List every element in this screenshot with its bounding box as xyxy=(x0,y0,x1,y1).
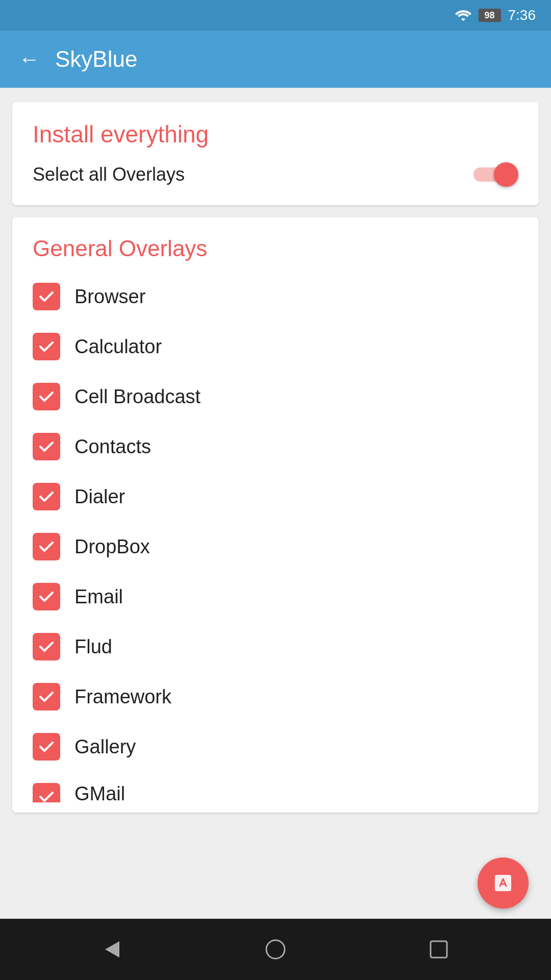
time-display: 7:36 xyxy=(508,7,536,23)
list-item[interactable]: Email xyxy=(12,572,539,622)
status-bar: 98 7:36 xyxy=(0,0,551,31)
toggle-row: Select all Overlays xyxy=(33,162,518,187)
calculator-label: Calculator xyxy=(74,336,162,358)
back-nav-icon xyxy=(99,936,126,963)
list-item[interactable]: Calculator xyxy=(12,322,539,372)
email-label: Email xyxy=(74,586,123,608)
toggle-thumb xyxy=(494,162,518,187)
gallery-checkbox[interactable] xyxy=(33,733,60,761)
dialer-checkbox[interactable] xyxy=(33,483,60,510)
browser-label: Browser xyxy=(74,286,145,308)
list-item[interactable]: Dialer xyxy=(12,472,539,522)
list-item[interactable]: Browser xyxy=(12,272,539,322)
home-nav-icon xyxy=(262,936,289,963)
list-item[interactable]: DropBox xyxy=(12,522,539,572)
select-all-toggle[interactable] xyxy=(473,162,518,187)
cell-broadcast-checkbox[interactable] xyxy=(33,383,60,410)
svg-rect-4 xyxy=(431,941,447,958)
list-item[interactable]: GMail xyxy=(12,772,539,802)
browser-checkbox[interactable] xyxy=(33,283,60,310)
email-checkbox[interactable] xyxy=(33,583,60,610)
back-button[interactable]: ← xyxy=(18,47,40,71)
list-item[interactable]: Framework xyxy=(12,672,539,722)
recents-nav-button[interactable] xyxy=(418,929,459,970)
app-bar: ← SkyBlue xyxy=(0,31,551,88)
back-nav-button[interactable] xyxy=(92,929,133,970)
main-content: Install everything Select all Overlays G… xyxy=(0,88,551,919)
list-item[interactable]: Flud xyxy=(12,622,539,672)
dialer-label: Dialer xyxy=(74,486,125,508)
framework-checkbox[interactable] xyxy=(33,683,60,710)
home-nav-button[interactable] xyxy=(255,929,296,970)
list-item[interactable]: Contacts xyxy=(12,422,539,472)
dropbox-checkbox[interactable] xyxy=(33,533,60,560)
flud-label: Flud xyxy=(74,636,112,658)
svg-point-3 xyxy=(266,940,285,959)
fab-button[interactable] xyxy=(478,857,529,909)
section-title: General Overlays xyxy=(12,236,539,261)
framework-label: Framework xyxy=(74,686,171,708)
cell-broadcast-label: Cell Broadcast xyxy=(74,386,201,408)
install-everything-card: Install everything Select all Overlays xyxy=(12,102,539,205)
list-item[interactable]: Gallery xyxy=(12,722,539,772)
gmail-checkbox[interactable] xyxy=(33,783,60,802)
bottom-nav xyxy=(0,919,551,980)
app-title: SkyBlue xyxy=(55,46,137,72)
gmail-label: GMail xyxy=(74,783,125,802)
select-all-overlays-label: Select all Overlays xyxy=(33,164,185,185)
recents-nav-icon xyxy=(425,936,452,963)
flud-checkbox[interactable] xyxy=(33,633,60,660)
status-icons: 98 7:36 xyxy=(455,7,536,23)
battery-indicator: 98 xyxy=(479,9,501,22)
wifi-icon xyxy=(455,9,471,21)
svg-rect-0 xyxy=(495,875,511,891)
gallery-label: Gallery xyxy=(74,736,136,758)
edit-icon xyxy=(490,870,516,896)
install-everything-title: Install everything xyxy=(33,120,518,148)
list-item[interactable]: Cell Broadcast xyxy=(12,372,539,422)
general-overlays-card: General Overlays Browser Calculator Cell… xyxy=(12,217,539,813)
contacts-label: Contacts xyxy=(74,436,151,458)
dropbox-label: DropBox xyxy=(74,536,150,558)
contacts-checkbox[interactable] xyxy=(33,433,60,460)
calculator-checkbox[interactable] xyxy=(33,333,60,360)
svg-marker-2 xyxy=(105,941,119,958)
